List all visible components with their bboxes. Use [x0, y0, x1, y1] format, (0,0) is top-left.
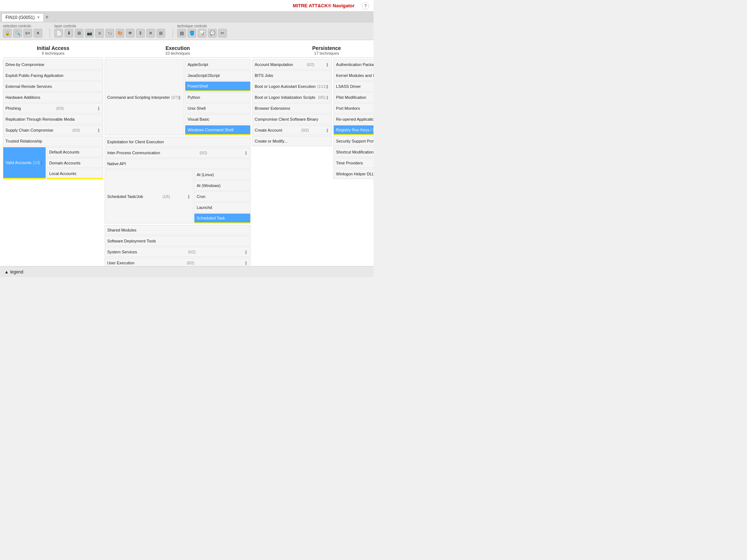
- technique-unix-shell[interactable]: Unix Shell: [185, 103, 251, 113]
- technique-name: Supply Chain Compromise: [5, 128, 53, 132]
- technique-scheduled-task-sub[interactable]: Scheduled Task: [194, 213, 251, 223]
- technique-default-accounts[interactable]: Default Accounts: [47, 147, 103, 157]
- technique-account-manipulation[interactable]: Account Manipulation (0/2) ‖: [252, 59, 332, 70]
- technique-create-account[interactable]: Create Account (0/2) ‖: [252, 125, 332, 135]
- expand-icon[interactable]: ‖: [245, 250, 248, 254]
- technique-exploit-public[interactable]: Exploit Public-Facing Application: [3, 70, 103, 81]
- technique-boot-logon-autostart-pers[interactable]: Boot or Logon Autostart Execution (1/11)…: [252, 81, 332, 92]
- technique-name: Create Account: [255, 128, 282, 132]
- technique-security-support[interactable]: Security Support Provider: [333, 136, 374, 146]
- technique-auth-package[interactable]: Authentication Package: [333, 59, 374, 70]
- fill-icon[interactable]: ▨: [177, 29, 186, 38]
- legend-toggle-button[interactable]: ▲ legend: [4, 269, 23, 275]
- technique-visual-basic[interactable]: Visual Basic: [185, 114, 251, 124]
- download-icon[interactable]: ⬇: [65, 29, 73, 38]
- lock-icon[interactable]: 🔒: [3, 29, 12, 38]
- technique-windows-cmd-shell[interactable]: Windows Command Shell: [185, 125, 251, 135]
- technique-browser-extensions[interactable]: Browser Extensions: [252, 103, 332, 113]
- expand-icon[interactable]: ‖: [179, 96, 182, 100]
- technique-name: Boot or Logon Autostart Execution: [255, 84, 316, 89]
- color-icon[interactable]: 🎨: [116, 29, 124, 38]
- camera-icon[interactable]: 📷: [85, 29, 94, 38]
- technique-drive-by[interactable]: Drive-by Compromise: [3, 59, 103, 70]
- technique-reopened-apps[interactable]: Re-opened Applications: [333, 114, 374, 124]
- technique-kernel-modules[interactable]: Kernel Modules and Extensions: [333, 70, 374, 81]
- expand-icon[interactable]: ‖: [245, 151, 248, 155]
- technique-bits-jobs[interactable]: BITS Jobs: [252, 70, 332, 81]
- technique-native-api[interactable]: Native API: [105, 159, 251, 169]
- technique-applescript[interactable]: AppleScript: [185, 59, 251, 70]
- technique-at-windows[interactable]: At (Windows): [194, 180, 251, 191]
- expand-icon[interactable]: ‖: [98, 128, 101, 132]
- expand-icon[interactable]: ‖: [326, 85, 329, 89]
- technique-create-modify[interactable]: Create or Modify...: [252, 136, 332, 146]
- sub-count: (0/2): [187, 261, 194, 265]
- tactic-header-execution: Execution 10 techniques: [105, 43, 251, 58]
- sort-icon[interactable]: ↑↓: [105, 29, 114, 38]
- technique-exploit-client-exec[interactable]: Exploitation for Client Execution: [105, 137, 251, 147]
- top-bar: MITRE ATT&CK® Navigator ?: [0, 0, 374, 12]
- technique-ipc[interactable]: Inter-Process Communication (0/2) ‖: [105, 148, 251, 158]
- technique-plist-mod[interactable]: Plist Modification: [333, 92, 374, 102]
- technique-valid-accounts[interactable]: Valid Accounts (1/3) ‖: [3, 147, 46, 179]
- technique-port-monitors[interactable]: Port Monitors: [333, 103, 374, 113]
- technique-phishing[interactable]: Phishing (0/3) ‖: [3, 103, 103, 113]
- technique-domain-accounts[interactable]: Domain Accounts: [47, 158, 103, 168]
- filter-icon[interactable]: ≡: [95, 29, 104, 38]
- technique-at-linux[interactable]: At (Linux): [194, 170, 251, 180]
- tactic-persistence: Persistence 17 techniques Account Manipu…: [252, 43, 374, 180]
- technique-shortcut-mod[interactable]: Shortcut Modification: [333, 147, 374, 157]
- clear-icon[interactable]: ✕: [146, 29, 155, 38]
- add-tab-button[interactable]: +: [45, 14, 49, 20]
- technique-system-services[interactable]: System Services (0/2) ‖: [105, 247, 251, 257]
- technique-cron[interactable]: Cron: [194, 191, 251, 202]
- expand-icon[interactable]: ‖: [188, 195, 191, 199]
- layout-icon[interactable]: ⊞: [156, 29, 165, 38]
- technique-user-execution[interactable]: User Execution (0/2) ‖: [105, 258, 251, 266]
- new-layer-icon[interactable]: 📄: [54, 29, 63, 38]
- tab-close-button[interactable]: ✕: [37, 15, 40, 19]
- comment-icon[interactable]: 💬: [208, 29, 217, 38]
- expand-icon[interactable]: ⇕: [136, 29, 145, 38]
- technique-winlogon-helper[interactable]: Winlogon Helper DLL: [333, 169, 374, 179]
- technique-time-providers[interactable]: Time Providers: [333, 158, 374, 168]
- technique-local-accounts[interactable]: Local Accounts: [47, 169, 103, 179]
- technique-name: At (Windows): [197, 183, 220, 188]
- expand-icon[interactable]: ‖: [245, 261, 248, 265]
- deselect-icon[interactable]: ✕: [34, 29, 42, 38]
- technique-external-remote[interactable]: External Remote Services: [3, 81, 103, 92]
- tab-fin10[interactable]: FIN10 (G0051) ✕: [1, 13, 44, 22]
- help-button[interactable]: ?: [362, 2, 369, 9]
- expand-icon[interactable]: ‖: [326, 96, 329, 100]
- technique-python[interactable]: Python: [185, 92, 251, 102]
- disable-icon[interactable]: ✂: [218, 29, 227, 38]
- technique-powershell[interactable]: PowerShell: [185, 81, 251, 92]
- select-add-icon[interactable]: ≡+: [23, 29, 32, 38]
- expand-icon[interactable]: ‖: [98, 106, 101, 110]
- technique-name: User Execution: [107, 261, 135, 265]
- technique-software-deployment[interactable]: Software Deployment Tools: [105, 236, 251, 246]
- grid-icon[interactable]: ⊞: [75, 29, 84, 38]
- search-icon[interactable]: 🔍: [13, 29, 22, 38]
- chart-icon[interactable]: 📊: [198, 29, 206, 38]
- technique-compromise-client[interactable]: Compromise Client Software Binary: [252, 114, 332, 124]
- expand-icon[interactable]: ‖: [326, 63, 329, 67]
- technique-registry-run-keys[interactable]: Registry Run Keys / Startup Folder: [333, 125, 374, 135]
- technique-boot-logon-init-pers[interactable]: Boot or Logon Initialization Scripts (0/…: [252, 92, 332, 102]
- technique-name: Shortcut Modification: [336, 150, 374, 154]
- technique-replication-removable[interactable]: Replication Through Removable Media: [3, 114, 103, 124]
- technique-scheduled-task[interactable]: Scheduled Task/Job (1/5) ‖: [105, 170, 193, 223]
- technique-shared-modules[interactable]: Shared Modules: [105, 225, 251, 235]
- expand-icon[interactable]: ‖: [326, 128, 329, 132]
- view-icon[interactable]: 👁: [126, 29, 135, 38]
- technique-javascript[interactable]: JavaScript/JScript: [185, 70, 251, 81]
- technique-lsass-driver[interactable]: LSASS Driver: [333, 81, 374, 92]
- persistence-sub-col: Authentication Package Kernel Modules an…: [333, 59, 374, 180]
- bucket-icon[interactable]: 🪣: [187, 29, 196, 38]
- technique-cmd-scripting[interactable]: Command and Scripting Interpreter (2/7) …: [105, 59, 184, 135]
- technique-supply-chain[interactable]: Supply Chain Compromise (0/3) ‖: [3, 125, 103, 135]
- technique-trusted-relationship[interactable]: Trusted Relationship: [3, 136, 103, 146]
- technique-launchd[interactable]: Launchd: [194, 202, 251, 213]
- technique-hardware-additions[interactable]: Hardware Additions: [3, 92, 103, 102]
- expand-icon[interactable]: ‖: [40, 161, 43, 165]
